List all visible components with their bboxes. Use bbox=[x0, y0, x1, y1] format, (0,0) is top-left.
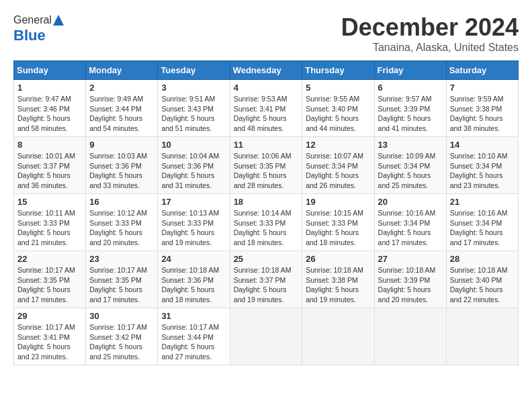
calendar-week-row: 1Sunrise: 9:47 AMSunset: 3:46 PMDaylight… bbox=[14, 80, 519, 137]
day-info: Sunrise: 9:55 AMSunset: 3:40 PMDaylight:… bbox=[306, 94, 370, 134]
day-number: 4 bbox=[234, 83, 299, 93]
day-info: Sunrise: 10:07 AMSunset: 3:34 PMDaylight… bbox=[306, 151, 370, 191]
logo: General Blue bbox=[13, 13, 65, 44]
calendar-cell: 27Sunrise: 10:18 AMSunset: 3:39 PMDaylig… bbox=[374, 251, 446, 308]
day-number: 28 bbox=[450, 254, 515, 264]
day-number: 29 bbox=[17, 311, 82, 321]
day-info: Sunrise: 10:10 AMSunset: 3:34 PMDaylight… bbox=[450, 151, 515, 191]
day-number: 2 bbox=[89, 83, 154, 93]
day-info: Sunrise: 10:13 AMSunset: 3:33 PMDaylight… bbox=[161, 208, 226, 248]
calendar-week-row: 29Sunrise: 10:17 AMSunset: 3:41 PMDaylig… bbox=[14, 308, 519, 365]
logo-blue-text: Blue bbox=[13, 27, 46, 44]
day-number: 25 bbox=[234, 254, 299, 264]
page-header: General Blue December 2024 Tanaina, Alas… bbox=[13, 13, 519, 54]
calendar-day-header: Tuesday bbox=[158, 61, 230, 80]
day-info: Sunrise: 10:18 AMSunset: 3:36 PMDaylight… bbox=[161, 265, 226, 305]
calendar-cell: 6Sunrise: 9:57 AMSunset: 3:39 PMDaylight… bbox=[374, 80, 446, 137]
calendar-cell bbox=[374, 308, 446, 365]
calendar-cell bbox=[230, 308, 302, 365]
day-number: 15 bbox=[17, 197, 82, 207]
calendar-cell: 26Sunrise: 10:18 AMSunset: 3:38 PMDaylig… bbox=[302, 251, 374, 308]
calendar-cell: 8Sunrise: 10:01 AMSunset: 3:37 PMDayligh… bbox=[14, 137, 86, 194]
day-info: Sunrise: 10:15 AMSunset: 3:33 PMDaylight… bbox=[306, 208, 370, 248]
day-info: Sunrise: 10:18 AMSunset: 3:37 PMDaylight… bbox=[234, 265, 299, 305]
day-number: 31 bbox=[161, 311, 226, 321]
day-info: Sunrise: 10:17 AMSunset: 3:35 PMDaylight… bbox=[89, 265, 154, 305]
day-number: 27 bbox=[378, 254, 443, 264]
day-info: Sunrise: 10:09 AMSunset: 3:34 PMDaylight… bbox=[378, 151, 443, 191]
calendar-cell: 9Sunrise: 10:03 AMSunset: 3:36 PMDayligh… bbox=[86, 137, 158, 194]
day-info: Sunrise: 10:12 AMSunset: 3:33 PMDaylight… bbox=[89, 208, 154, 248]
day-info: Sunrise: 9:51 AMSunset: 3:43 PMDaylight:… bbox=[161, 94, 226, 134]
calendar-cell: 24Sunrise: 10:18 AMSunset: 3:36 PMDaylig… bbox=[158, 251, 230, 308]
day-number: 6 bbox=[378, 83, 443, 93]
calendar-cell: 29Sunrise: 10:17 AMSunset: 3:41 PMDaylig… bbox=[14, 308, 86, 365]
calendar-cell: 12Sunrise: 10:07 AMSunset: 3:34 PMDaylig… bbox=[302, 137, 374, 194]
day-number: 9 bbox=[89, 140, 154, 150]
calendar-cell: 25Sunrise: 10:18 AMSunset: 3:37 PMDaylig… bbox=[230, 251, 302, 308]
calendar-day-header: Wednesday bbox=[230, 61, 302, 80]
calendar-cell: 19Sunrise: 10:15 AMSunset: 3:33 PMDaylig… bbox=[302, 194, 374, 251]
day-number: 19 bbox=[306, 197, 370, 207]
day-info: Sunrise: 9:49 AMSunset: 3:44 PMDaylight:… bbox=[89, 94, 154, 134]
calendar-day-header: Friday bbox=[374, 61, 446, 80]
calendar-header-row: SundayMondayTuesdayWednesdayThursdayFrid… bbox=[14, 61, 519, 80]
calendar-cell: 15Sunrise: 10:11 AMSunset: 3:33 PMDaylig… bbox=[14, 194, 86, 251]
day-number: 22 bbox=[17, 254, 82, 264]
calendar-table: SundayMondayTuesdayWednesdayThursdayFrid… bbox=[13, 60, 519, 365]
calendar-day-header: Saturday bbox=[446, 61, 518, 80]
day-info: Sunrise: 10:04 AMSunset: 3:36 PMDaylight… bbox=[161, 151, 226, 191]
day-number: 8 bbox=[17, 140, 82, 150]
calendar-cell: 22Sunrise: 10:17 AMSunset: 3:35 PMDaylig… bbox=[14, 251, 86, 308]
day-info: Sunrise: 10:11 AMSunset: 3:33 PMDaylight… bbox=[17, 208, 82, 248]
day-info: Sunrise: 10:17 AMSunset: 3:44 PMDaylight… bbox=[161, 322, 226, 362]
calendar-cell: 16Sunrise: 10:12 AMSunset: 3:33 PMDaylig… bbox=[86, 194, 158, 251]
day-number: 10 bbox=[161, 140, 226, 150]
calendar-cell: 21Sunrise: 10:16 AMSunset: 3:34 PMDaylig… bbox=[446, 194, 518, 251]
calendar-day-header: Sunday bbox=[14, 61, 86, 80]
calendar-cell: 14Sunrise: 10:10 AMSunset: 3:34 PMDaylig… bbox=[446, 137, 518, 194]
day-number: 5 bbox=[306, 83, 370, 93]
calendar-cell: 18Sunrise: 10:14 AMSunset: 3:33 PMDaylig… bbox=[230, 194, 302, 251]
day-number: 11 bbox=[234, 140, 299, 150]
day-number: 30 bbox=[89, 311, 154, 321]
calendar-cell: 2Sunrise: 9:49 AMSunset: 3:44 PMDaylight… bbox=[86, 80, 158, 137]
day-info: Sunrise: 10:18 AMSunset: 3:38 PMDaylight… bbox=[306, 265, 370, 305]
day-number: 16 bbox=[89, 197, 154, 207]
calendar-cell: 13Sunrise: 10:09 AMSunset: 3:34 PMDaylig… bbox=[374, 137, 446, 194]
calendar-week-row: 22Sunrise: 10:17 AMSunset: 3:35 PMDaylig… bbox=[14, 251, 519, 308]
day-info: Sunrise: 10:18 AMSunset: 3:39 PMDaylight… bbox=[378, 265, 443, 305]
day-info: Sunrise: 10:17 AMSunset: 3:42 PMDaylight… bbox=[89, 322, 154, 362]
day-number: 7 bbox=[450, 83, 515, 93]
day-number: 3 bbox=[161, 83, 226, 93]
calendar-week-row: 8Sunrise: 10:01 AMSunset: 3:37 PMDayligh… bbox=[14, 137, 519, 194]
logo-general-text: General bbox=[13, 14, 52, 26]
day-number: 21 bbox=[450, 197, 515, 207]
day-number: 23 bbox=[89, 254, 154, 264]
calendar-cell: 7Sunrise: 9:59 AMSunset: 3:38 PMDaylight… bbox=[446, 80, 518, 137]
calendar-cell: 5Sunrise: 9:55 AMSunset: 3:40 PMDaylight… bbox=[302, 80, 374, 137]
day-info: Sunrise: 10:18 AMSunset: 3:40 PMDaylight… bbox=[450, 265, 515, 305]
day-info: Sunrise: 9:47 AMSunset: 3:46 PMDaylight:… bbox=[17, 94, 82, 134]
calendar-cell: 4Sunrise: 9:53 AMSunset: 3:41 PMDaylight… bbox=[230, 80, 302, 137]
day-info: Sunrise: 10:06 AMSunset: 3:35 PMDaylight… bbox=[234, 151, 299, 191]
calendar-cell bbox=[302, 308, 374, 365]
svg-marker-0 bbox=[53, 15, 64, 26]
day-number: 17 bbox=[161, 197, 226, 207]
calendar-day-header: Thursday bbox=[302, 61, 374, 80]
day-number: 18 bbox=[234, 197, 299, 207]
calendar-day-header: Monday bbox=[86, 61, 158, 80]
day-info: Sunrise: 10:16 AMSunset: 3:34 PMDaylight… bbox=[450, 208, 515, 248]
calendar-cell: 3Sunrise: 9:51 AMSunset: 3:43 PMDaylight… bbox=[158, 80, 230, 137]
day-info: Sunrise: 10:16 AMSunset: 3:34 PMDaylight… bbox=[378, 208, 443, 248]
day-info: Sunrise: 9:57 AMSunset: 3:39 PMDaylight:… bbox=[378, 94, 443, 134]
day-number: 1 bbox=[17, 83, 82, 93]
day-number: 14 bbox=[450, 140, 515, 150]
day-info: Sunrise: 10:17 AMSunset: 3:41 PMDaylight… bbox=[17, 322, 82, 362]
calendar-cell: 30Sunrise: 10:17 AMSunset: 3:42 PMDaylig… bbox=[86, 308, 158, 365]
day-number: 26 bbox=[306, 254, 370, 264]
calendar-cell: 20Sunrise: 10:16 AMSunset: 3:34 PMDaylig… bbox=[374, 194, 446, 251]
day-number: 24 bbox=[161, 254, 226, 264]
day-info: Sunrise: 10:14 AMSunset: 3:33 PMDaylight… bbox=[234, 208, 299, 248]
calendar-cell: 31Sunrise: 10:17 AMSunset: 3:44 PMDaylig… bbox=[158, 308, 230, 365]
